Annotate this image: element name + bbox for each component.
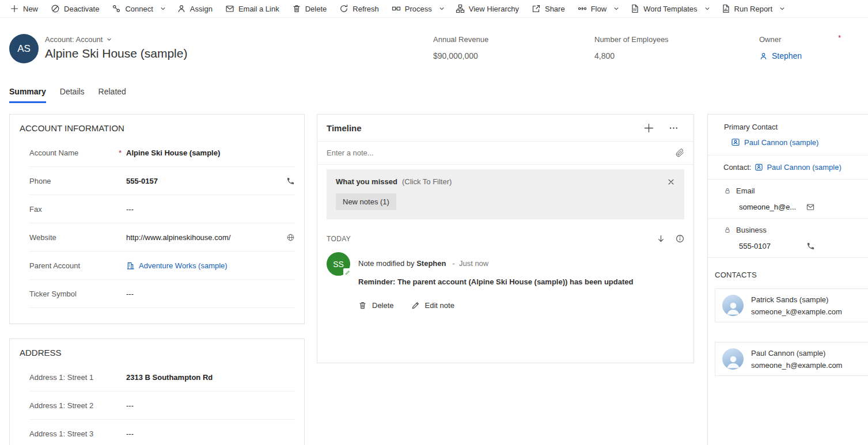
refresh-button[interactable]: Refresh <box>333 0 385 17</box>
required-marker: * <box>119 149 122 157</box>
email-field-value[interactable]: someone_h@e... <box>739 203 796 211</box>
note-pencil-badge-icon <box>343 268 352 277</box>
svg-text:W: W <box>633 7 637 12</box>
contact-email: someone_h@example.com <box>751 361 842 370</box>
more-commands-button[interactable] <box>669 123 679 133</box>
note-placeholder: Enter a note... <box>327 149 374 157</box>
quickview-contact-row: Contact: Paul Cannon (sample) <box>708 155 868 179</box>
phone-value[interactable]: 555-0157 <box>126 177 158 185</box>
note-body: Reminder: The parent account (Alpine Ski… <box>358 277 633 286</box>
assign-button[interactable]: Assign <box>170 0 219 17</box>
phone-icon[interactable] <box>806 242 815 250</box>
entity-selector[interactable]: Account: Account <box>45 35 112 44</box>
sort-down-arrow-icon[interactable] <box>657 234 665 243</box>
field-label: Parent Account <box>29 261 126 270</box>
new-notes-chip[interactable]: New notes (1) <box>336 193 396 210</box>
close-icon[interactable] <box>667 178 675 186</box>
chevron-down-icon[interactable] <box>434 0 449 17</box>
street3-value[interactable]: --- <box>126 429 134 438</box>
view-hierarchy-button[interactable]: View Hierarchy <box>449 0 525 17</box>
command-label: Flow <box>591 5 607 13</box>
primary-contact-lookup[interactable]: Paul Cannon (sample) <box>708 136 868 155</box>
timeline-note-item[interactable]: SS Note modified by Stephen - Just now R… <box>317 248 693 310</box>
share-button[interactable]: Share <box>525 0 571 17</box>
chevron-down-icon[interactable] <box>609 0 624 17</box>
quickview-email-field: Email someone_h@e... <box>708 180 868 218</box>
employees-value[interactable]: 4,800 <box>594 51 615 60</box>
annual-revenue-value[interactable]: $90,000,000 <box>433 51 478 60</box>
note-author: Stephen <box>416 259 446 268</box>
employees-label: Number of Employees <box>594 35 669 44</box>
missed-title[interactable]: What you missed <box>336 177 397 186</box>
command-label: Deactivate <box>64 5 99 13</box>
command-label: View Hierarchy <box>469 5 519 13</box>
email-a-link-button[interactable]: Email a Link <box>219 0 286 17</box>
contact-list-item[interactable]: Patrick Sands (sample) someone_k@example… <box>715 288 868 322</box>
owner-name-link[interactable]: Stephen <box>772 51 802 60</box>
field-label: Website <box>29 233 126 242</box>
delete-button[interactable]: Delete <box>286 0 333 17</box>
note-input[interactable]: Enter a note... <box>317 142 693 165</box>
ticker-symbol-value[interactable]: --- <box>126 290 134 298</box>
fax-value[interactable]: --- <box>126 205 134 214</box>
street2-value[interactable]: --- <box>126 401 134 410</box>
contact-card-icon <box>755 163 763 172</box>
tab-related[interactable]: Related <box>98 87 126 103</box>
run-report-button[interactable]: Run Report <box>715 0 779 17</box>
parent-account-link[interactable]: Adventure Works (sample) <box>139 261 228 270</box>
note-author-avatar: SS <box>327 252 350 276</box>
entity-label: Account: Account <box>45 35 103 44</box>
contact-photo-avatar <box>722 295 744 316</box>
envelope-icon <box>225 4 234 13</box>
process-button[interactable]: Process <box>385 0 438 17</box>
record-avatar[interactable]: AS <box>9 34 39 63</box>
paperclip-icon[interactable] <box>676 149 684 157</box>
street1-value[interactable]: 2313 B Southampton Rd <box>126 373 213 382</box>
field-label: Address 1: Street 2 <box>29 401 126 410</box>
phone-icon[interactable] <box>286 177 295 185</box>
info-icon[interactable] <box>676 234 684 243</box>
lock-icon <box>724 187 731 195</box>
command-label: Email a Link <box>238 5 279 13</box>
timeline-card: Timeline Enter a note... What you missed… <box>317 114 694 363</box>
deactivate-icon <box>51 4 60 13</box>
new-button[interactable]: New <box>3 0 44 17</box>
note-delete-button[interactable]: Delete <box>358 301 394 310</box>
owner-value[interactable]: Stephen <box>759 51 802 60</box>
parent-account-lookup[interactable]: Adventure Works (sample) <box>126 261 228 270</box>
chevron-down-icon[interactable] <box>775 0 790 17</box>
account-name-value[interactable]: Alpine Ski House (sample) <box>126 149 220 157</box>
flow-button[interactable]: Flow <box>571 0 613 17</box>
send-email-icon[interactable] <box>806 203 815 211</box>
command-label: Share <box>545 5 565 13</box>
globe-icon[interactable] <box>286 233 295 242</box>
tab-summary[interactable]: Summary <box>9 87 46 103</box>
field-row-street1: Address 1: Street 1 2313 B Southampton R… <box>29 363 295 391</box>
contact-field-label: Contact: <box>723 163 751 172</box>
add-activity-button[interactable] <box>644 123 654 133</box>
field-row-street2: Address 1: Street 2 --- <box>29 391 295 420</box>
trash-icon <box>292 4 301 13</box>
contacts-section-title: CONTACTS <box>708 258 868 285</box>
tab-details[interactable]: Details <box>60 87 85 103</box>
field-row-ticker-symbol: Ticker Symbol --- <box>29 280 295 308</box>
contact-list-item[interactable]: Paul Cannon (sample) someone_h@example.c… <box>715 342 868 376</box>
command-label: Run Report <box>734 5 772 13</box>
phone-field-value[interactable]: 555-0107 <box>739 242 771 250</box>
contact-card-icon <box>731 138 740 147</box>
quickview-contact-link[interactable]: Paul Cannon (sample) <box>767 163 841 172</box>
connect-button[interactable]: Connect <box>105 0 159 17</box>
word-templates-button[interactable]: W Word Templates <box>624 0 703 17</box>
refresh-icon <box>339 4 348 13</box>
field-row-parent-account: Parent Account Adventure Works (sample) <box>29 252 295 280</box>
note-edit-button[interactable]: Edit note <box>411 301 454 310</box>
chevron-down-icon[interactable] <box>156 0 170 17</box>
command-label: Refresh <box>352 5 379 13</box>
deactivate-button[interactable]: Deactivate <box>44 0 105 17</box>
primary-contact-title: Primary Contact <box>708 115 868 136</box>
primary-contact-link[interactable]: Paul Cannon (sample) <box>744 138 818 147</box>
timeline-header: Timeline <box>317 115 693 142</box>
website-value[interactable]: http://www.alpineskihouse.com/ <box>126 233 230 242</box>
chevron-down-icon[interactable] <box>700 0 715 17</box>
today-group-header: TODAY <box>317 219 693 248</box>
